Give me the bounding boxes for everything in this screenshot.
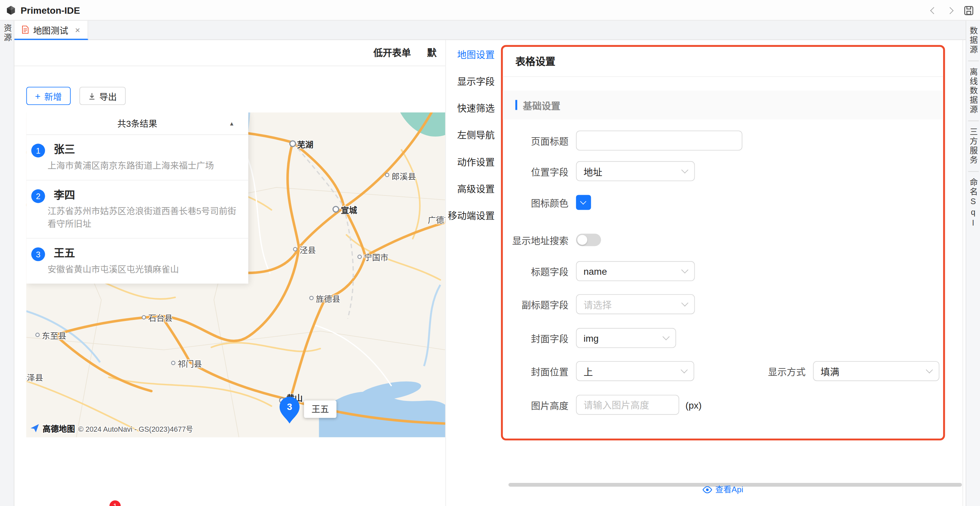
api-link-row: 查看Api (501, 484, 945, 496)
list-item[interactable]: 2 李四 江苏省苏州市姑苏区沧浪街道西善长巷5号司前街看守所旧址 (26, 180, 248, 239)
image-height-input[interactable] (576, 395, 679, 415)
map-city-label: 彭泽县 (26, 371, 43, 383)
map-marker-label[interactable]: 王五 (304, 401, 337, 418)
page-title-input[interactable] (576, 130, 743, 151)
canvas-title: 低开表单 (374, 40, 411, 66)
item-index-badge: 1 (31, 144, 45, 157)
form-row-subtitle-field: 副标题字段 请选择 (503, 294, 939, 314)
form-row-image-height: 图片高度 (px) (503, 395, 939, 415)
tab-map-test[interactable]: 地图测试 × (14, 21, 88, 40)
icon-color-label: 图标颜色 (503, 196, 568, 209)
nav-mobile-settings[interactable]: 移动端设置 (446, 203, 501, 229)
address-search-toggle[interactable] (576, 233, 601, 246)
left-rail-resources[interactable]: 资源 (0, 21, 14, 46)
chevron-down-icon (580, 198, 586, 205)
chevron-down-icon (681, 366, 687, 373)
view-api-link[interactable]: 查看Api (702, 484, 743, 496)
list-item[interactable]: 1 张三 上海市黄浦区南京东路街道上海来福士广场 (26, 135, 248, 180)
save-icon[interactable] (963, 4, 975, 16)
nav-back-icon[interactable] (930, 7, 937, 14)
map-city-label: 石台县 (148, 312, 173, 323)
nav-left-navigation[interactable]: 左侧导航 (446, 122, 501, 149)
section-title: 基础设置 (523, 98, 560, 111)
rail-divider (968, 121, 978, 121)
nav-action-settings[interactable]: 动作设置 (446, 149, 501, 175)
panel-title: 表格设置 (503, 47, 943, 77)
map-attribution: 高德地图 © 2024 AutoNavi - GS(2023)4677号 (30, 422, 193, 434)
form-row-page-title: 页面标题 (503, 130, 939, 151)
chevron-down-icon (681, 167, 688, 173)
list-item[interactable]: 3 王五 安徽省黄山市屯溪区屯光镇麻雀山 (26, 239, 248, 284)
map-city-label: 泾县 (299, 244, 316, 255)
nav-map-settings[interactable]: 地图设置 (446, 41, 501, 68)
display-mode-select[interactable]: 填满 (813, 361, 939, 381)
rail-divider (968, 60, 978, 61)
item-name: 张三 (54, 143, 239, 158)
tab-bar: 地图测试 × (14, 21, 966, 40)
canvas-title-partial: 默 (427, 40, 436, 66)
cover-field-label: 封面字段 (503, 331, 568, 344)
export-button-label: 导出 (99, 90, 116, 102)
subtitle-field-label: 副标题字段 (503, 298, 568, 311)
form-canvas: 低开表单 默 + 新增 导出 (14, 40, 445, 506)
map-city-label: 东至县 (42, 329, 66, 341)
page-title-label: 页面标题 (503, 134, 568, 147)
primeton-ide-window: Primeton-IDE 资源 数据源 离线数据源 三方服务 命名Sql 地图测… (0, 0, 980, 506)
cover-position-select[interactable]: 上 (576, 361, 694, 381)
canvas-toolbar: + 新增 导出 (26, 87, 125, 105)
nav-display-fields[interactable]: 显示字段 (446, 68, 501, 95)
collapse-caret-icon[interactable]: ▲ (229, 113, 235, 135)
nav-advanced-settings[interactable]: 高级设置 (446, 176, 501, 203)
item-name: 王五 (54, 246, 239, 261)
add-button[interactable]: + 新增 (26, 87, 70, 105)
document-icon (22, 26, 29, 34)
cover-field-select[interactable]: img (576, 328, 676, 348)
right-rail-datasource[interactable]: 数据源 (966, 23, 980, 57)
image-height-label: 图片高度 (503, 398, 568, 411)
icon-color-picker[interactable] (576, 195, 591, 210)
right-rail-third-party-services[interactable]: 三方服务 (966, 124, 980, 168)
subtitle-field-select[interactable]: 请选择 (576, 294, 695, 314)
map[interactable]: 芜湖 郎溪县 宣城 广德市 泾县 宁国市 旌德县 石台县 东至县 祁门县 彭泽县… (26, 113, 445, 438)
map-city-label: 芜湖 (297, 138, 313, 150)
form-row-title-field: 标题字段 name (503, 261, 939, 281)
item-index-badge: 2 (31, 189, 45, 203)
app-logo-icon (6, 5, 16, 15)
right-rail: 数据源 离线数据源 三方服务 命名Sql (966, 21, 980, 506)
title-field-select[interactable]: name (576, 261, 695, 281)
close-tab-icon[interactable]: × (75, 25, 80, 34)
map-city-label: 郎溪县 (391, 170, 416, 182)
results-header: 共3条结果 ▲ (26, 113, 248, 135)
item-address: 上海市黄浦区南京东路街道上海来福士广场 (48, 159, 239, 172)
rail-divider (968, 171, 978, 172)
notification-badge: 1 (110, 500, 121, 506)
location-field-select[interactable]: 地址 (576, 161, 695, 181)
topbar: Primeton-IDE (0, 0, 980, 21)
item-name: 李四 (54, 188, 239, 203)
settings-highlight-panel: 表格设置 基础设置 页面标题 位置字段 地址 图 (501, 45, 945, 440)
chevron-down-icon (681, 300, 688, 306)
nav-forward-icon[interactable] (946, 7, 953, 14)
form-row-location-field: 位置字段 地址 (503, 161, 939, 181)
map-marker-pin[interactable]: 3 (276, 393, 302, 425)
right-rail-named-sql[interactable]: 命名Sql (966, 175, 980, 232)
right-rail-offline-datasource[interactable]: 离线数据源 (966, 64, 980, 117)
vertical-scrollbar-track[interactable] (963, 40, 963, 506)
select-value: 上 (584, 365, 593, 378)
form-row-address-search: 显示地址搜索 (503, 230, 939, 250)
nav-quick-filter[interactable]: 快速筛选 (446, 95, 501, 122)
settings-nav: 地图设置 显示字段 快速筛选 左侧导航 动作设置 高级设置 移动端设置 (446, 41, 501, 229)
form-row-cover-position: 封面位置 上 显示方式 填满 (503, 361, 939, 381)
map-city-label: 旌德县 (316, 292, 340, 304)
cover-position-label: 封面位置 (503, 365, 568, 378)
app-title: Primeton-IDE (21, 5, 80, 15)
export-button[interactable]: 导出 (80, 87, 126, 105)
select-value: img (584, 333, 598, 343)
item-address: 安徽省黄山市屯溪区屯光镇麻雀山 (48, 263, 239, 275)
display-mode-label: 显示方式 (694, 365, 805, 378)
form-row-icon-color: 图标颜色 (503, 192, 939, 213)
item-index-badge: 3 (31, 247, 45, 261)
results-summary: 共3条结果 (117, 119, 157, 129)
settings-panel: 地图设置 显示字段 快速筛选 左侧导航 动作设置 高级设置 移动端设置 表格设置… (445, 40, 966, 506)
map-city-label: 宁国市 (364, 251, 388, 263)
